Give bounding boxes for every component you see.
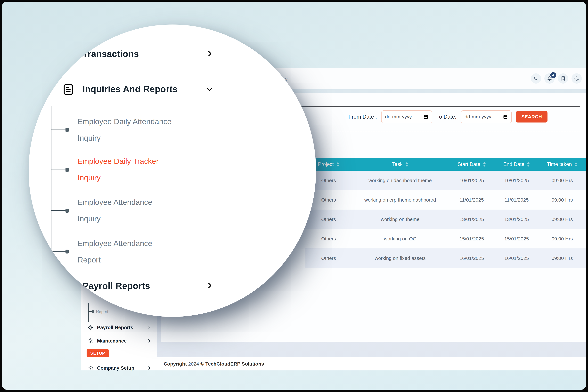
table-cell: working on dashboard theme bbox=[352, 178, 448, 183]
magnified-menu-transactions[interactable]: Transactions bbox=[82, 49, 139, 59]
footer: Copyright 2024 © TechCloudERP Solutions bbox=[157, 357, 586, 370]
copyright-company: © TechCloudERP Solutions bbox=[200, 361, 264, 366]
calendar-icon[interactable] bbox=[503, 114, 508, 119]
magnified-item-employee-attendance-report[interactable]: Employee Attendance Report bbox=[78, 235, 152, 268]
to-date-placeholder: dd-mm-yyyy bbox=[465, 114, 491, 120]
sidebar-item-maintenance[interactable]: Maintenance bbox=[88, 336, 151, 346]
table-header-row: ProjectTaskStart DateEnd DateTime taken bbox=[306, 158, 586, 171]
topbar-icons: 4 bbox=[531, 73, 582, 84]
page-canvas: Report Payroll Reports Maintenance SETUP… bbox=[2, 2, 586, 390]
magnified-item-employee-daily-tracker-inquiry[interactable]: Employee Daily Tracker Inquiry bbox=[78, 153, 158, 186]
item-line1: Employee Daily Attendance bbox=[78, 113, 172, 130]
table-cell: working on fixed assets bbox=[352, 256, 448, 261]
table-cell: 13/01/2025 bbox=[448, 216, 495, 222]
table-cell: 11/01/2025 bbox=[448, 197, 495, 203]
table-cell: working on QC bbox=[352, 236, 448, 242]
gear-icon bbox=[88, 325, 94, 330]
to-date-input[interactable]: dd-mm-yyyy bbox=[461, 110, 512, 123]
home-icon bbox=[88, 365, 94, 371]
magnified-menu-payroll-reports[interactable]: Payroll Reports bbox=[82, 280, 150, 291]
magnified-item-employee-attendance-inquiry[interactable]: Employee Attendance Inquiry bbox=[78, 194, 152, 227]
table-row: Othersworking on erp theme dashboard11/0… bbox=[306, 190, 586, 210]
item-line2: Inquiry bbox=[78, 210, 152, 227]
dark-mode-toggle[interactable] bbox=[572, 73, 582, 84]
item-line1: Employee Attendance bbox=[78, 194, 152, 210]
column-header-end-date[interactable]: End Date bbox=[495, 158, 538, 171]
sidebar-tree-line bbox=[88, 303, 89, 322]
table-cell: Others bbox=[306, 216, 352, 222]
search-icon bbox=[533, 76, 539, 81]
column-header-time-taken[interactable]: Time taken bbox=[538, 158, 586, 171]
table-cell: 09:00 Hrs bbox=[538, 197, 586, 203]
table-body: Othersworking on dashboard theme10/01/20… bbox=[306, 171, 586, 268]
table-cell: Others bbox=[306, 256, 352, 261]
column-header-task[interactable]: Task bbox=[352, 158, 448, 171]
table-cell: working on theme bbox=[352, 216, 448, 222]
column-header-label: Time taken bbox=[547, 161, 572, 167]
table-cell: 16/01/2025 bbox=[495, 256, 538, 261]
table-cell: 09:00 Hrs bbox=[538, 236, 586, 242]
sidebar-tree-dot bbox=[92, 310, 94, 313]
magnified-tree-branch bbox=[51, 251, 67, 252]
calendar-icon[interactable] bbox=[423, 114, 428, 119]
sidebar-item-label: Payroll Reports bbox=[97, 325, 144, 330]
table-row: Othersworking on dashboard theme10/01/20… bbox=[306, 171, 586, 190]
chevron-right-icon[interactable] bbox=[206, 50, 213, 57]
moon-icon bbox=[574, 76, 579, 81]
from-date-label: From Date : bbox=[348, 114, 377, 120]
sidebar-item-company-setup[interactable]: Company Setup bbox=[88, 363, 151, 373]
table-cell: 10/01/2025 bbox=[448, 178, 495, 183]
bookmarks-button[interactable] bbox=[558, 73, 568, 84]
sort-arrows-icon[interactable] bbox=[574, 162, 578, 166]
sort-arrows-icon[interactable] bbox=[405, 162, 408, 166]
magnified-tree-line bbox=[51, 106, 52, 254]
magnified-tree-dot bbox=[66, 128, 68, 132]
sort-arrows-icon[interactable] bbox=[527, 162, 530, 166]
item-line2: Inquiry bbox=[78, 130, 172, 146]
magnified-tree-dot bbox=[66, 209, 68, 213]
search-button-filters[interactable]: SEARCH bbox=[516, 111, 548, 122]
item-line2: Inquiry bbox=[78, 170, 158, 186]
column-header-start-date[interactable]: Start Date bbox=[448, 158, 495, 171]
table-cell: 09:00 Hrs bbox=[538, 216, 586, 222]
setup-section-badge: SETUP bbox=[86, 349, 109, 357]
bookmark-icon bbox=[560, 76, 566, 81]
sidebar-item-payroll-reports[interactable]: Payroll Reports bbox=[88, 322, 151, 333]
from-date-placeholder: dd-mm-yyyy bbox=[385, 114, 412, 120]
sort-arrows-icon[interactable] bbox=[483, 162, 486, 166]
chevron-right-icon bbox=[147, 339, 151, 343]
results-table: ProjectTaskStart DateEnd DateTime taken … bbox=[306, 158, 586, 268]
item-line1: Employee Attendance bbox=[78, 235, 152, 252]
magnified-tree-branch bbox=[51, 130, 67, 130]
item-line1: Employee Daily Tracker bbox=[78, 153, 158, 170]
column-header-label: Project bbox=[318, 161, 334, 167]
chevron-right-icon bbox=[147, 366, 151, 370]
copyright-year: 2024 bbox=[188, 361, 199, 366]
search-button[interactable] bbox=[531, 73, 541, 84]
item-line2: Report bbox=[78, 252, 152, 268]
sidebar-item-report-stub[interactable]: Report bbox=[96, 309, 108, 314]
magnifier-circle: Transactions Inquiries And Reports Emplo… bbox=[28, 24, 316, 317]
sort-arrows-icon[interactable] bbox=[336, 162, 339, 166]
table-row: Othersworking on QC15/01/202515/01/20250… bbox=[306, 229, 586, 248]
table-cell: 10/01/2025 bbox=[495, 178, 538, 183]
from-date-input[interactable]: dd-mm-yyyy bbox=[381, 110, 432, 123]
column-header-label: Start Date bbox=[458, 161, 480, 167]
table-cell: 09:00 Hrs bbox=[538, 178, 586, 183]
sidebar-item-label: Company Setup bbox=[97, 365, 144, 371]
date-filter-bar: From Date : dd-mm-yyyy To Date: dd-mm-yy… bbox=[348, 110, 548, 124]
gear-icon bbox=[88, 338, 94, 344]
sidebar-item-label: Maintenance bbox=[97, 338, 144, 344]
magnified-menu-inquiries-and-reports[interactable]: Inquiries And Reports bbox=[82, 84, 178, 94]
magnified-item-employee-daily-attendance-inquiry[interactable]: Employee Daily Attendance Inquiry bbox=[78, 113, 172, 146]
table-cell: 15/01/2025 bbox=[448, 236, 495, 242]
to-date-label: To Date: bbox=[436, 114, 456, 120]
copyright-text: Copyright 2024 © TechCloudERP Solutions bbox=[164, 361, 264, 367]
table-cell: 13/01/2025 bbox=[495, 216, 538, 222]
table-row: Othersworking on theme13/01/202513/01/20… bbox=[306, 210, 586, 229]
chevron-down-icon[interactable] bbox=[206, 85, 213, 93]
table-cell: 11/01/2025 bbox=[495, 197, 538, 203]
notifications-button[interactable]: 4 bbox=[544, 73, 555, 84]
chevron-right-icon[interactable] bbox=[206, 282, 213, 289]
magnified-tree-branch bbox=[51, 210, 67, 211]
